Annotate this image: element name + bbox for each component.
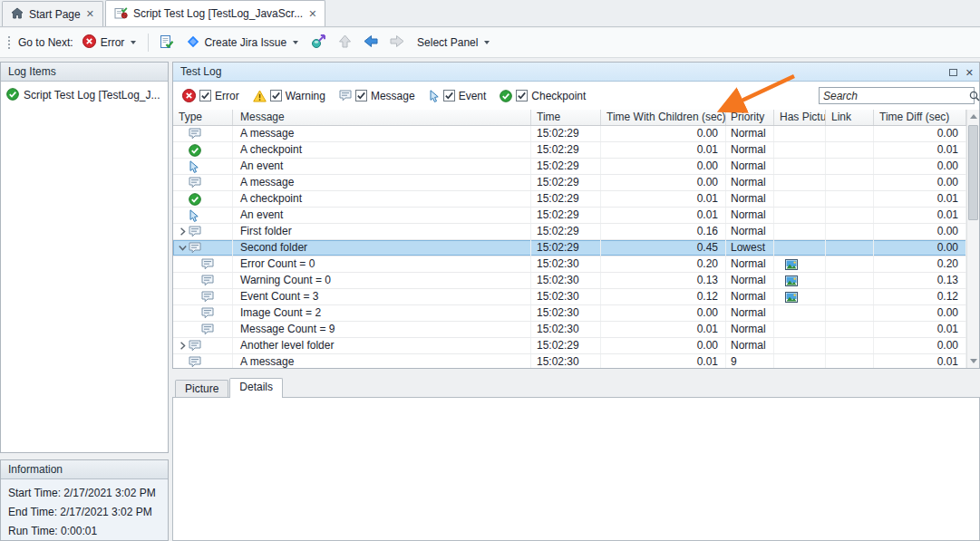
close-icon[interactable]: ✕ [308, 9, 316, 19]
link-cell [826, 224, 874, 239]
log-table: TypeMessageTimeTime With Children (sec)P… [173, 110, 966, 368]
column-header-has-picture[interactable]: Has Picture [774, 110, 826, 125]
scrollbar-thumb[interactable] [968, 125, 978, 220]
search-input[interactable] [820, 89, 969, 102]
previous-result-button[interactable] [360, 32, 382, 53]
search-box[interactable] [819, 87, 975, 104]
message-icon [189, 128, 201, 140]
table-row[interactable]: Event Count = 315:02:300.12Normal0.12 [173, 289, 966, 305]
filter-error[interactable]: Error [182, 89, 239, 102]
picture-icon[interactable] [785, 259, 798, 270]
table-row[interactable]: An event15:02:290.00Normal0.00 [173, 159, 966, 175]
column-header-link[interactable]: Link [826, 110, 874, 125]
table-row[interactable]: A checkpoint15:02:290.01Normal0.01 [173, 191, 966, 208]
table-row[interactable]: An event15:02:290.01Normal0.01 [173, 208, 966, 224]
send-defect-icon [311, 34, 326, 52]
tab-picture[interactable]: Picture [175, 380, 228, 398]
create-jira-issue-button[interactable]: Create Jira Issue [182, 33, 303, 53]
link-cell [826, 208, 874, 223]
warning-checkbox[interactable] [270, 90, 282, 101]
right-arrow-icon [390, 34, 404, 51]
filter-message[interactable]: Message [339, 90, 415, 102]
column-header-time[interactable]: Time [531, 110, 601, 125]
table-row[interactable]: Warning Count = 015:02:300.13Normal0.13 [173, 273, 966, 289]
sidebar: Log Items Script Test Log [TestLog_J... … [0, 62, 169, 541]
time-with-children-cell: 0.16 [601, 224, 726, 239]
has-picture-cell [774, 191, 826, 207]
type-cell [173, 322, 233, 337]
column-header-time-with-children-sec[interactable]: Time With Children (sec) [601, 110, 726, 125]
toolbar-separator [148, 34, 149, 52]
table-row[interactable]: Second folder15:02:290.45Lowest0.00 [173, 240, 966, 256]
message-checkbox[interactable] [355, 90, 367, 101]
filter-checkpoint[interactable]: Checkpoint [500, 90, 586, 102]
table-row[interactable]: A message15:02:290.00Normal0.00 [173, 175, 966, 191]
scroll-up-icon[interactable] [967, 110, 979, 123]
toolbar-grip-handle[interactable] [7, 35, 11, 50]
tab-script-test-log[interactable]: Script Test Log [TestLog_JavaScr... ✕ [105, 0, 325, 26]
picture-icon[interactable] [785, 275, 798, 286]
float-panel-icon[interactable] [949, 69, 957, 76]
report-check-icon [160, 34, 174, 52]
close-icon[interactable]: ✕ [86, 9, 94, 19]
column-header-time-diff-sec[interactable]: Time Diff (sec) [874, 110, 966, 125]
time-with-children-cell: 0.13 [601, 273, 726, 288]
log-items-tree-item[interactable]: Script Test Log [TestLog_J... [6, 86, 168, 104]
link-cell [826, 256, 874, 272]
priority-cell: Normal [726, 224, 774, 239]
share-defect-button[interactable] [307, 32, 329, 53]
filter-event[interactable]: Event [429, 90, 487, 102]
chevron-down-icon[interactable] [176, 244, 189, 252]
table-row[interactable]: A message15:02:290.00Normal0.00 [173, 126, 966, 142]
link-cell [826, 142, 874, 158]
message-cell: Image Count = 2 [233, 305, 531, 321]
column-header-type[interactable]: Type [173, 110, 233, 125]
table-row[interactable]: Message Count = 915:02:300.01Normal0.01 [173, 322, 966, 338]
priority-cell: Normal [726, 338, 774, 353]
time-diff-cell: 0.00 [874, 338, 966, 353]
link-cell [826, 273, 874, 288]
column-header-priority[interactable]: Priority [726, 110, 774, 125]
chevron-right-icon[interactable] [176, 227, 189, 236]
table-row[interactable]: Image Count = 215:02:300.00Normal0.00 [173, 305, 966, 322]
vertical-scrollbar[interactable] [966, 110, 979, 368]
table-row[interactable]: A checkpoint15:02:290.01Normal0.01 [173, 142, 966, 159]
event-checkbox[interactable] [443, 90, 455, 101]
tab-details[interactable]: Details [229, 378, 283, 398]
type-cell [173, 273, 233, 288]
time-cell: 15:02:29 [531, 142, 601, 158]
filter-label: Warning [286, 90, 325, 102]
next-result-button[interactable] [386, 32, 408, 53]
table-row[interactable]: First folder15:02:290.16Normal0.00 [173, 224, 966, 240]
tab-label: Start Page [29, 8, 81, 21]
filter-warning[interactable]: Warning [253, 90, 325, 102]
message-icon [339, 90, 352, 101]
has-picture-cell [774, 305, 826, 321]
time-diff-cell: 0.01 [874, 208, 966, 223]
has-picture-cell [774, 224, 826, 239]
log-summary-button[interactable] [156, 32, 178, 53]
chevron-right-icon[interactable] [176, 342, 189, 350]
message-cell: Message Count = 9 [233, 322, 531, 337]
filter-label: Event [459, 90, 487, 102]
select-panel-button[interactable]: Select Panel [412, 34, 494, 52]
scroll-down-icon[interactable] [967, 354, 979, 368]
picture-icon[interactable] [785, 292, 798, 303]
priority-cell: Normal [726, 289, 774, 304]
link-cell [826, 289, 874, 304]
time-diff-cell: 0.00 [874, 240, 966, 256]
up-level-button[interactable] [334, 32, 355, 53]
priority-cell: Normal [726, 126, 774, 141]
message-icon [201, 291, 214, 303]
time-with-children-cell: 0.01 [601, 208, 726, 223]
error-checkbox[interactable] [199, 90, 211, 101]
time-diff-cell: 0.00 [874, 175, 966, 190]
table-row[interactable]: Error Count = 015:02:300.20Normal0.20 [173, 256, 966, 273]
go-to-next-error-button[interactable]: Error [78, 32, 141, 53]
table-row[interactable]: A message15:02:300.0190.01 [173, 354, 966, 368]
checkpoint-checkbox[interactable] [516, 90, 528, 101]
close-icon[interactable]: ✕ [965, 63, 974, 82]
table-row[interactable]: Another level folder15:02:290.00Normal0.… [173, 338, 966, 354]
tab-start-page[interactable]: Start Page ✕ [2, 1, 103, 26]
column-header-message[interactable]: Message [233, 110, 531, 125]
